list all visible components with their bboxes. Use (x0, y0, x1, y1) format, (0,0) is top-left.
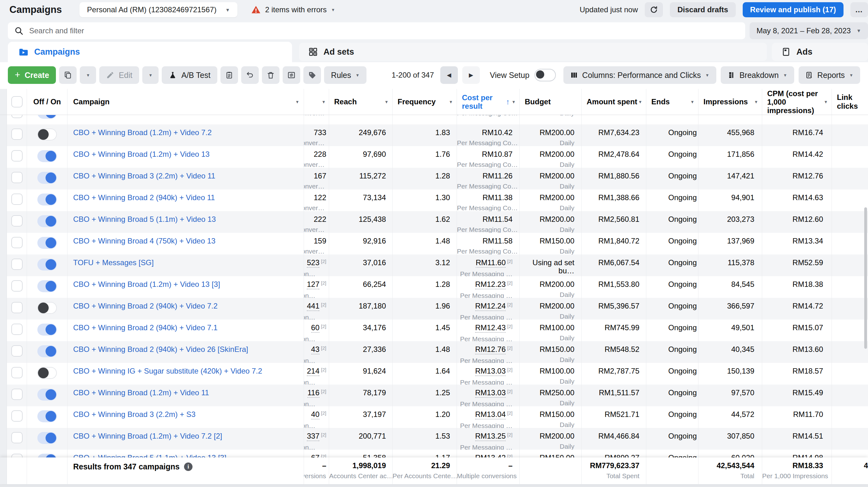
reports-button[interactable]: Reports (799, 66, 860, 84)
column-header-reach[interactable]: Reach (329, 89, 393, 115)
tab-campaigns[interactable]: Campaigns (8, 42, 292, 62)
edit-button[interactable]: Edit (99, 66, 139, 84)
view-setup-toggle[interactable] (534, 69, 556, 81)
duplicate-button[interactable] (59, 66, 76, 84)
export-import-button[interactable] (283, 66, 300, 84)
campaign-toggle[interactable] (37, 302, 57, 314)
ab-test-button[interactable]: A/B Test (162, 66, 217, 84)
campaign-toggle[interactable] (37, 193, 57, 206)
campaign-toggle[interactable] (37, 410, 57, 422)
cell-amount-spent: RM1,880.56 (582, 168, 646, 189)
campaign-toggle[interactable] (37, 345, 57, 357)
previous-page-button[interactable]: ◀ (440, 66, 458, 84)
campaign-name-link[interactable]: CBO + Winning Broad 3 (2.2m) + Video 11 (73, 172, 215, 180)
row-checkbox[interactable] (11, 324, 23, 335)
row-checkbox[interactable] (11, 258, 23, 270)
tag-button[interactable] (303, 66, 321, 84)
edit-dropdown-button[interactable] (142, 66, 159, 84)
row-checkbox[interactable] (11, 128, 23, 140)
row-checkbox[interactable] (11, 150, 23, 161)
more-options-button[interactable]: … (850, 2, 868, 17)
column-header-frequency[interactable]: Frequency (393, 89, 457, 115)
column-header-cpm[interactable]: CPM (cost per 1,000 impressions) (762, 89, 832, 115)
next-page-button[interactable]: ▶ (462, 66, 480, 84)
cell-cost-per-result: RM12.43[2]Per Messaging … (457, 319, 520, 341)
campaign-name-link[interactable]: CBO + Winning Broad (1.2m) + Video 13 (73, 150, 210, 158)
column-header-campaign[interactable]: Campaign (67, 89, 304, 115)
delete-button[interactable] (262, 66, 279, 84)
breakdown-button[interactable]: Breakdown (721, 66, 794, 84)
column-header-off-on: Off / On (27, 89, 67, 115)
search-filter-box[interactable] (8, 22, 745, 39)
campaign-toggle[interactable] (37, 432, 57, 444)
column-header-ends[interactable]: Ends (646, 89, 699, 115)
errors-dropdown[interactable]: 2 items with errors (251, 5, 335, 14)
campaign-name-link[interactable]: CBO + Winning Broad (1.2m) + Video 11 (73, 389, 209, 397)
campaign-name-link[interactable]: CBO + Winning Broad 5 (1.1m) + Video 13 (73, 215, 216, 223)
undo-button[interactable] (241, 66, 259, 84)
campaign-toggle[interactable] (37, 258, 57, 271)
campaign-toggle[interactable] (37, 215, 57, 227)
campaign-toggle[interactable] (37, 172, 57, 184)
review-publish-button[interactable]: Review and publish (17) (743, 2, 843, 17)
campaign-name-link[interactable]: CBO + Winning IG + Sugar substitute (420… (73, 367, 262, 375)
row-checkbox[interactable] (11, 345, 23, 357)
campaign-toggle[interactable] (37, 150, 57, 162)
campaign-toggle[interactable] (37, 115, 57, 119)
campaign-toggle[interactable] (37, 128, 57, 141)
campaign-name-link[interactable]: CBO + Winning Broad 2 (940k) + Video 7.2 (73, 302, 218, 310)
info-icon[interactable] (184, 462, 192, 471)
campaign-toggle[interactable] (37, 454, 57, 457)
campaign-name-link[interactable]: TOFU + Messages [SG] (73, 258, 154, 267)
column-header-impressions[interactable]: Impressions (699, 89, 762, 115)
chevron-down-icon (331, 8, 335, 12)
refresh-button[interactable] (645, 2, 663, 17)
column-header-link-clicks[interactable]: Link clicks (832, 89, 868, 115)
campaign-name-link[interactable]: CBO + Winning Broad 2 (940k) + Video 26 … (73, 345, 248, 354)
pin-note-button[interactable] (220, 66, 238, 84)
tab-ad-sets[interactable]: Ad sets (299, 43, 767, 61)
campaign-toggle[interactable] (37, 389, 57, 401)
campaign-toggle[interactable] (37, 324, 57, 336)
row-checkbox[interactable] (11, 302, 23, 313)
row-checkbox[interactable] (11, 432, 23, 443)
row-checkbox[interactable] (11, 172, 23, 183)
row-checkbox[interactable] (11, 215, 23, 226)
column-header-amount-spent[interactable]: Amount spent (582, 89, 646, 115)
columns-button[interactable]: Columns: Performance and Clicks (563, 66, 716, 84)
row-checkbox[interactable] (11, 280, 23, 292)
select-all-checkbox[interactable] (11, 96, 23, 108)
horizontal-scrollbar-track[interactable] (0, 484, 868, 487)
cell-frequency: 1.25 (393, 385, 457, 406)
campaign-name-link[interactable]: CBO + Winning Broad (1.2m) + Video 7.2 [… (73, 432, 222, 440)
campaign-name-link[interactable]: CBO + Winning Broad 5 (1.1m) + Video 13 … (73, 454, 226, 457)
create-button[interactable]: +Create (8, 66, 56, 84)
discard-drafts-button[interactable]: Discard drafts (670, 2, 736, 17)
search-input[interactable] (29, 26, 739, 35)
date-range-picker[interactable]: May 8, 2021 – Feb 28, 2023 (750, 22, 868, 39)
campaign-name-link[interactable]: CBO + Winning Broad (1.2m) + Video 7.2 (73, 128, 212, 137)
tab-ads[interactable]: Ads (772, 43, 868, 61)
row-checkbox[interactable] (11, 193, 23, 205)
row-checkbox[interactable] (11, 389, 23, 400)
row-checkbox[interactable] (11, 367, 23, 378)
campaign-toggle[interactable] (37, 237, 57, 249)
campaign-name-link[interactable]: CBO + Winning Broad 2 (940k) + Video 11 (73, 193, 215, 202)
row-checkbox[interactable] (11, 410, 23, 422)
row-checkbox[interactable] (11, 115, 23, 118)
column-header-results[interactable] (304, 89, 329, 115)
duplicate-dropdown-button[interactable] (80, 66, 96, 84)
account-selector[interactable]: Personal Ad (RM) (123082469721567) (80, 2, 238, 17)
campaign-toggle[interactable] (37, 367, 57, 379)
row-checkbox[interactable] (11, 237, 23, 248)
vertical-scrollbar-thumb[interactable] (864, 207, 867, 349)
campaign-name-link[interactable]: CBO + Winning Broad 3 (2.2m) + S3 (73, 410, 196, 419)
campaign-toggle[interactable] (37, 280, 57, 292)
rules-button[interactable]: Rules (324, 66, 367, 84)
column-header-cost-per-result[interactable]: Cost per result (457, 89, 520, 115)
campaign-name-link[interactable]: CBO + Winning Broad 4 (750k) + Video 13 (73, 237, 215, 245)
campaign-name-link[interactable]: CBO + Winning Broad 2 (940k) + Video 7.1 (73, 324, 218, 332)
row-checkbox[interactable] (11, 454, 23, 457)
campaign-name-link[interactable]: CBO + Winning Broad (1.2m) + Video 13 [3… (73, 280, 220, 288)
column-header-budget[interactable]: Budget (520, 89, 582, 115)
